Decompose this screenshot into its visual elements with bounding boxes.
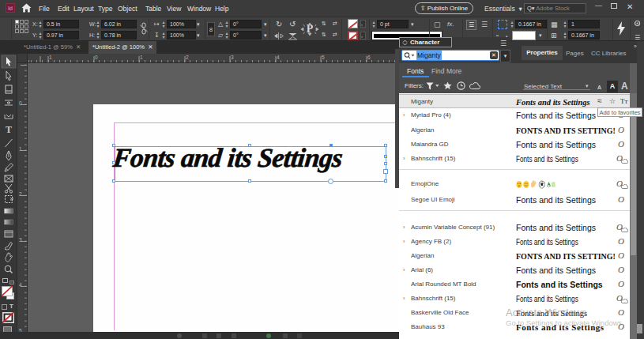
svg-text:Fonts and its Settings: Fonts and its Settings — [111, 143, 344, 172]
svg-text:T: T — [6, 124, 12, 135]
